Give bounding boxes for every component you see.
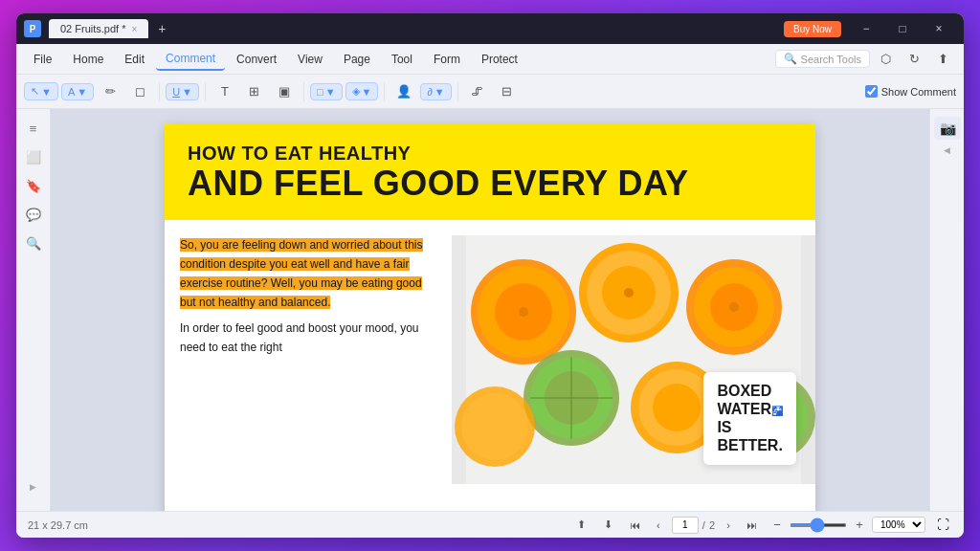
zoom-in-btn[interactable]: + <box>851 517 868 534</box>
menu-page[interactable]: Page <box>334 49 380 70</box>
menu-protect[interactable]: Protect <box>472 49 527 70</box>
snapshot-btn[interactable]: 📷 <box>934 117 961 140</box>
svg-point-4 <box>519 307 528 317</box>
sidebar-pages-icon[interactable]: ⬜ <box>22 145 45 168</box>
menu-file[interactable]: File <box>24 49 61 70</box>
pdf-text-col: So, you are feeling down and worried abo… <box>165 235 452 484</box>
boxed-water-overlay: BOXEDWATER🚰ISBETTER. <box>703 372 796 465</box>
highlighted-paragraph: So, you are feeling down and worried abo… <box>180 238 423 310</box>
current-page-input[interactable] <box>672 517 699 534</box>
document-area[interactable]: HOW TO EAT HEALTHY AND FEEL GOOD EVERY D… <box>51 109 929 511</box>
measure-btn[interactable]: ⊟ <box>494 79 521 104</box>
textbox-btn[interactable]: ⊞ <box>241 79 268 104</box>
window-controls: − □ × <box>849 15 956 42</box>
expand-btn[interactable]: ⬆ <box>929 47 956 72</box>
app-window: P 02 Fruits.pdf * × + Buy Now − □ × File… <box>16 13 964 538</box>
refresh-btn[interactable]: ↻ <box>901 47 927 72</box>
sidebar-search-icon[interactable]: 🔍 <box>22 231 45 254</box>
pen-tool-btn[interactable]: ✏ <box>97 79 123 104</box>
fullscreen-btn[interactable]: ⛶ <box>933 516 952 535</box>
show-comment-checkbox[interactable] <box>865 85 878 98</box>
sig-icon: ∂ <box>427 86 432 98</box>
search-icon: 🔍 <box>784 53 797 65</box>
svg-point-8 <box>624 288 634 298</box>
stamp-btn[interactable]: 👤 <box>390 79 417 104</box>
signature-dropdown[interactable]: ∂ ▼ <box>420 83 451 100</box>
share-btn[interactable]: ⬡ <box>872 47 899 72</box>
main-content: ≡ ⬜ 🔖 💬 🔍 ▶ HOW TO EAT HEALTHY AND FEEL … <box>16 109 964 511</box>
sep3 <box>303 82 304 101</box>
svg-point-12 <box>729 302 739 312</box>
maximize-button[interactable]: □ <box>885 15 920 42</box>
callout-btn[interactable]: ▣ <box>271 79 298 104</box>
menu-convert[interactable]: Convert <box>227 49 286 70</box>
new-tab-btn[interactable]: + <box>152 21 171 36</box>
first-page-btn[interactable]: ⏮ <box>626 516 645 535</box>
show-comment-toggle[interactable]: Show Comment <box>865 85 956 98</box>
markup-icon: ◈ <box>352 85 360 98</box>
menu-comment[interactable]: Comment <box>156 48 225 71</box>
svg-point-23 <box>461 393 528 460</box>
toolbar: ↖ ▼ A ▼ ✏ ◻ U ▼ T ⊞ ▣ □ ▼ ◈ ▼ 👤 ∂ ▼ <box>16 75 964 109</box>
cursor-icon: ↖ <box>31 85 39 98</box>
next-page-btn[interactable]: › <box>719 516 738 535</box>
eraser-btn[interactable]: ◻ <box>126 79 153 104</box>
total-pages: 2 <box>709 519 715 531</box>
minimize-button[interactable]: − <box>849 15 883 42</box>
buy-now-button[interactable]: Buy Now <box>784 21 841 37</box>
pdf-image-col: BOXEDWATER🚰ISBETTER. <box>452 235 815 484</box>
shape-icon: □ <box>317 86 323 98</box>
prev-page-btn[interactable]: ‹ <box>649 516 668 535</box>
boxed-water-text: BOXEDWATER🚰ISBETTER. <box>717 382 783 455</box>
attach-btn[interactable]: 🖇 <box>464 79 491 104</box>
sidebar-comments-icon[interactable]: 💬 <box>22 203 45 226</box>
svg-point-18 <box>653 384 701 431</box>
dropdown-arrow5: ▼ <box>362 86 372 98</box>
menu-view[interactable]: View <box>288 49 332 70</box>
left-sidebar: ≡ ⬜ 🔖 💬 🔍 ▶ <box>16 109 51 511</box>
show-comment-label: Show Comment <box>881 86 956 98</box>
sep4 <box>384 82 385 101</box>
text-tool-dropdown[interactable]: A ▼ <box>61 83 94 100</box>
sep1 <box>159 82 160 101</box>
pdf-title-small: HOW TO EAT HEALTHY <box>188 142 792 165</box>
page-navigation: ⏮ ‹ / 2 › ⏭ <box>626 516 761 535</box>
text-note-btn[interactable]: T <box>212 79 238 104</box>
sidebar-bookmarks-icon[interactable]: 🔖 <box>22 174 45 197</box>
nav-download-btn[interactable]: ⬇ <box>599 516 618 535</box>
underline-dropdown[interactable]: U ▼ <box>166 83 199 100</box>
menu-edit[interactable]: Edit <box>115 49 154 70</box>
pdf-page: HOW TO EAT HEALTHY AND FEEL GOOD EVERY D… <box>165 124 815 511</box>
markup-dropdown[interactable]: ◈ ▼ <box>345 82 379 100</box>
tab-close-btn[interactable]: × <box>131 24 137 34</box>
fruit-image: BOXEDWATER🚰ISBETTER. <box>452 235 815 484</box>
underline-icon: U <box>172 86 180 98</box>
zoom-select[interactable]: 100% 75% 150% <box>872 517 925 533</box>
pdf-title-large: AND FEEL GOOD EVERY DAY <box>188 165 792 203</box>
sidebar-expand-arrow[interactable]: ▶ <box>30 482 36 492</box>
select-tool-dropdown[interactable]: ↖ ▼ <box>24 82 58 100</box>
sidebar-panels-icon[interactable]: ≡ <box>22 117 45 140</box>
zoom-controls: − + 100% 75% 150% <box>768 517 925 534</box>
zoom-out-btn[interactable]: − <box>768 517 786 534</box>
menu-home[interactable]: Home <box>63 49 113 70</box>
search-tools-box[interactable]: 🔍 Search Tools <box>775 50 870 68</box>
close-button[interactable]: × <box>922 15 956 42</box>
nav-upload-btn[interactable]: ⬆ <box>572 516 591 535</box>
status-bar: 21 x 29.7 cm ⬆ ⬇ ⏮ ‹ / 2 › ⏭ − + 100% 75… <box>16 511 964 538</box>
right-expand-arrow[interactable]: ◀ <box>944 145 950 155</box>
menu-form[interactable]: Form <box>424 49 470 70</box>
title-bar-actions: Buy Now − □ × <box>784 15 956 42</box>
menu-tool[interactable]: Tool <box>382 49 422 70</box>
dropdown-arrow3: ▼ <box>182 86 192 98</box>
page-separator: / <box>702 519 705 531</box>
last-page-btn[interactable]: ⏭ <box>742 516 761 535</box>
shape-dropdown[interactable]: □ ▼ <box>310 83 343 100</box>
right-sidebar: 📷 ◀ <box>929 109 964 511</box>
title-bar: P 02 Fruits.pdf * × + Buy Now − □ × <box>16 13 964 44</box>
sep2 <box>205 82 206 101</box>
zoom-slider[interactable] <box>790 523 847 527</box>
normal-paragraph: In order to feel good and boost your moo… <box>180 320 436 356</box>
active-tab[interactable]: 02 Fruits.pdf * × <box>49 19 148 38</box>
pdf-body: So, you are feeling down and worried abo… <box>165 220 815 499</box>
